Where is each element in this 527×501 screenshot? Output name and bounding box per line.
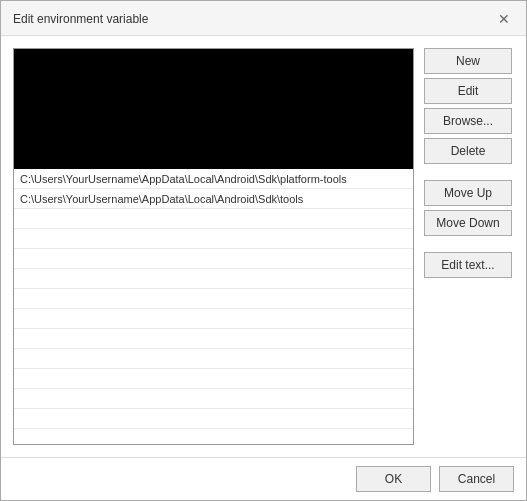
- delete-button[interactable]: Delete: [424, 138, 512, 164]
- edit-env-var-dialog: Edit environment variable ✕ C:\Users\You…: [0, 0, 527, 501]
- spacer-1: [424, 168, 514, 176]
- new-button[interactable]: New: [424, 48, 512, 74]
- cancel-button[interactable]: Cancel: [439, 466, 514, 492]
- list-item[interactable]: [14, 229, 413, 249]
- list-item[interactable]: C:\Users\YourUsername\AppData\Local\Andr…: [14, 169, 413, 189]
- list-item[interactable]: [14, 249, 413, 269]
- edit-text-button[interactable]: Edit text...: [424, 252, 512, 278]
- list-item[interactable]: [14, 309, 413, 329]
- list-panel: C:\Users\YourUsername\AppData\Local\Andr…: [13, 48, 414, 445]
- move-up-button[interactable]: Move Up: [424, 180, 512, 206]
- list-item[interactable]: [14, 409, 413, 429]
- list-item[interactable]: [14, 349, 413, 369]
- list-item[interactable]: [14, 389, 413, 409]
- list-items-container[interactable]: C:\Users\YourUsername\AppData\Local\Andr…: [14, 169, 413, 444]
- dialog-body: C:\Users\YourUsername\AppData\Local\Andr…: [1, 36, 526, 457]
- list-item[interactable]: [14, 209, 413, 229]
- spacer-2: [424, 240, 514, 248]
- list-item[interactable]: [14, 289, 413, 309]
- ok-button[interactable]: OK: [356, 466, 431, 492]
- title-bar: Edit environment variable ✕: [1, 1, 526, 36]
- dialog-title: Edit environment variable: [13, 12, 148, 26]
- list-header-black: [14, 49, 413, 169]
- edit-button[interactable]: Edit: [424, 78, 512, 104]
- dialog-footer: OK Cancel: [1, 457, 526, 500]
- move-down-button[interactable]: Move Down: [424, 210, 512, 236]
- list-item[interactable]: C:\Users\YourUsername\AppData\Local\Andr…: [14, 189, 413, 209]
- list-item[interactable]: [14, 369, 413, 389]
- close-button[interactable]: ✕: [494, 9, 514, 29]
- browse-button[interactable]: Browse...: [424, 108, 512, 134]
- list-item[interactable]: [14, 329, 413, 349]
- list-item[interactable]: [14, 269, 413, 289]
- buttons-panel: New Edit Browse... Delete Move Up Move D…: [424, 48, 514, 445]
